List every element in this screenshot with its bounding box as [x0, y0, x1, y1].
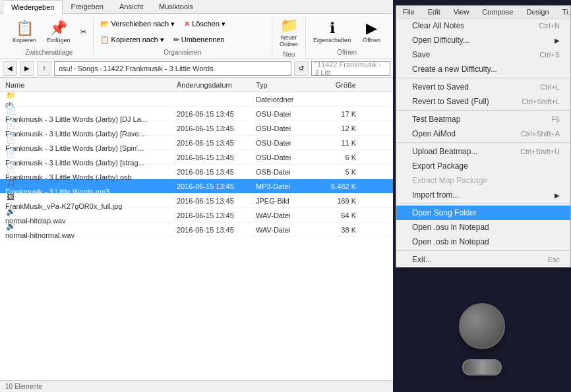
explorer-window: Wiedergeben Freigeben Ansicht Musiktools…	[0, 0, 393, 392]
menu-item-open-osb-notepad[interactable]: Open .osb in Notepad	[396, 235, 570, 249]
menu-item-label: Import from...	[412, 190, 549, 200]
ribbon-btn-loeschen[interactable]: ✕ Löschen ▾	[180, 18, 229, 30]
ribbon-btn-ausschneiden[interactable]: ✂	[76, 26, 90, 38]
ribbon-group-org-buttons: 📂 Verschieben nach ▾ ✕ Löschen ▾ 📋 Kopie…	[96, 16, 270, 47]
menu-item-label: Test Beatmap	[412, 115, 538, 124]
menu-divider	[396, 142, 570, 143]
menu-item-upload-beatmap[interactable]: Upload Beatmap... Ctrl+Shift+U	[396, 144, 570, 159]
ribbon-btn-kopieren2[interactable]: 📋 Kopieren nach ▾	[96, 34, 168, 46]
menu-item-clear-all-notes[interactable]: Clear All Notes Ctrl+N	[396, 18, 570, 33]
circle-container	[459, 303, 505, 352]
search-text: "11422 Frankmusik - 3 Litt	[315, 61, 387, 76]
menu-tab-timing[interactable]: Ti...	[556, 6, 571, 18]
menu-item-extract-map-package: Extract Map Package	[396, 173, 570, 188]
menu-bar: File Edit View Compose Design Ti... Clea…	[396, 5, 571, 267]
ribbon-group-label-clipboard: Zwischenablage	[25, 47, 73, 56]
col-header-date[interactable]: Änderungsdatum	[174, 81, 253, 89]
menu-tab-view[interactable]: View	[447, 6, 476, 18]
nav-up-btn[interactable]: ↑	[37, 61, 51, 76]
col-header-name[interactable]: Name	[3, 81, 174, 89]
file-name-text: normal-hitnormal.wav	[5, 231, 75, 239]
ribbon-btn-verschieben[interactable]: 📂 Verschieben nach ▾	[96, 18, 179, 30]
menu-tab-edit[interactable]: Edit	[421, 6, 447, 18]
col-header-size[interactable]: Größe	[319, 81, 359, 89]
ribbon-btn-eigenschaften[interactable]: ℹ Eigenschaften	[309, 19, 355, 45]
menu-divider	[396, 78, 570, 78]
ribbon-btn-kopieren[interactable]: 📋 Kopieren	[8, 19, 41, 45]
address-path[interactable]: osu! › Songs › 11422 Frankmusik - 3 Litt…	[54, 61, 291, 76]
menu-item-export-package[interactable]: Export Package	[396, 159, 570, 173]
rename-icon: ✏	[173, 36, 179, 44]
ribbon: Wiedergeben Freigeben Ansicht Musiktools…	[0, 0, 393, 59]
menu-divider	[396, 110, 570, 111]
menu-item-revert-to-saved-full[interactable]: Revert to Saved (Full) Ctrl+Shift+L	[396, 94, 570, 109]
ribbon-btn-einfuegen[interactable]: 📌 Einfügen	[42, 19, 75, 45]
ribbon-btn-oeffnen[interactable]: ▶ Öffnen	[358, 19, 385, 45]
address-songs: Songs	[77, 65, 98, 72]
file-type-cell: MP3-Datei	[253, 182, 319, 190]
tab-freigeben[interactable]: Freigeben	[63, 0, 111, 13]
menu-tab-compose[interactable]: Compose	[475, 6, 520, 18]
menu-tab-design[interactable]: Design	[520, 6, 555, 18]
menu-item-open-aimod[interactable]: Open AiMod Ctrl+Shift+A	[396, 126, 570, 141]
slider-shape	[462, 359, 502, 376]
menu-divider	[396, 250, 570, 251]
file-size-cell: 11 K	[319, 139, 359, 147]
file-date-cell: 2016-06-15 13:45	[174, 226, 253, 234]
address-folder: 11422 Frankmusik - 3 Little Words	[103, 65, 213, 72]
file-icon: 🎵	[5, 177, 16, 188]
file-icon: 📄	[5, 163, 16, 173]
nav-back-btn[interactable]: ◀	[3, 61, 17, 76]
file-date-cell: 2016-06-15 13:45	[174, 110, 253, 118]
menu-item-create-new-difficulty[interactable]: Create a new Difficulty...	[396, 62, 570, 76]
tab-musiktools[interactable]: Musiktools	[151, 0, 201, 13]
file-type-cell: WAV-Datei	[253, 211, 319, 219]
file-list: 📁 sb Dateiordner 📄 Frankmusik - 3 Little…	[0, 92, 393, 380]
col-header-type[interactable]: Typ	[253, 81, 319, 89]
move-icon: 📂	[100, 20, 109, 28]
properties-icon: ℹ	[330, 21, 335, 36]
file-size-cell: 6 K	[319, 154, 359, 161]
menu-tab-file[interactable]: File	[396, 6, 421, 18]
ribbon-group-neu-buttons: 📁 NeuerOrdner	[275, 16, 303, 49]
tab-ansicht[interactable]: Ansicht	[111, 0, 151, 13]
ribbon-btn-umbenennen[interactable]: ✏ Umbenennen	[169, 34, 229, 46]
file-icon: 📄	[5, 119, 16, 130]
menu-item-open-difficulty[interactable]: Open Difficulty... ▶	[396, 33, 570, 47]
menu-item-save[interactable]: Save Ctrl+S	[396, 47, 570, 62]
menu-item-shortcut: Ctrl+Shift+A	[521, 130, 560, 138]
ribbon-group-label-neu: Neu	[283, 49, 295, 58]
menu-item-shortcut: Ctrl+L	[540, 83, 560, 91]
menu-item-label: Open AiMod	[412, 129, 508, 138]
menu-item-label: Open .osb in Notepad	[412, 237, 560, 246]
menu-item-import-from[interactable]: Import from... ▶	[396, 188, 570, 202]
file-row[interactable]: 🔊 normal-hitnormal.wav 2016-06-15 13:45 …	[0, 223, 393, 237]
nav-forward-btn[interactable]: ▶	[20, 61, 34, 76]
menu-item-label: Clear All Notes	[412, 21, 526, 30]
address-sep1: ›	[74, 65, 76, 72]
delete-icon: ✕	[184, 20, 190, 28]
ribbon-group-label-org: Organisieren	[164, 47, 201, 56]
copy2-icon: 📋	[100, 36, 109, 44]
copy-icon: 📋	[16, 21, 34, 36]
menu-item-exit[interactable]: Exit... Esc	[396, 252, 570, 267]
file-size-cell: 17 K	[319, 110, 359, 118]
search-box[interactable]: "11422 Frankmusik - 3 Litt	[311, 61, 390, 76]
file-type-cell: OSU-Datei	[253, 154, 319, 161]
menu-item-shortcut: Ctrl+Shift+L	[522, 98, 560, 105]
address-refresh-btn[interactable]: ↺	[294, 61, 309, 76]
menu-item-open-song-folder[interactable]: Open Song Folder	[396, 206, 570, 220]
file-date-cell: 2016-06-15 13:45	[174, 211, 253, 219]
menu-item-open-osu-notepad[interactable]: Open .osu in Notepad	[396, 220, 570, 235]
address-sep2: ›	[100, 65, 102, 72]
file-icon: 📁	[5, 92, 16, 101]
cut-icon: ✂	[80, 28, 86, 36]
menu-item-revert-to-saved[interactable]: Revert to Saved Ctrl+L	[396, 80, 570, 94]
file-type-cell: OSU-Datei	[253, 139, 319, 147]
menu-item-label: Save	[412, 50, 526, 59]
tab-wiedergeben[interactable]: Wiedergeben	[3, 0, 63, 14]
menu-item-test-beatmap[interactable]: Test Beatmap F5	[396, 112, 570, 126]
ribbon-btn-neuerordner[interactable]: 📁 NeuerOrdner	[275, 16, 303, 49]
file-size-cell: 5 K	[319, 168, 359, 176]
status-text: 10 Elemente	[5, 383, 42, 390]
